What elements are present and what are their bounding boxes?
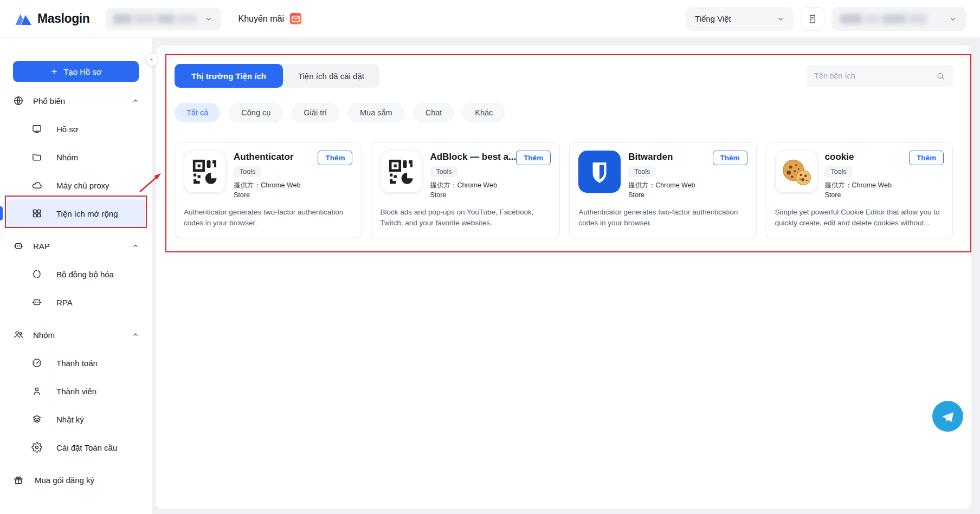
extension-card-list: Authenticator Tools 提供方：Chrome Web Store…	[175, 142, 953, 238]
promo-link[interactable]: Khuyến mãi	[238, 12, 302, 25]
extension-provider: 提供方：Chrome Web Store	[234, 181, 305, 200]
sidebar-item-logs[interactable]: Nhật ký	[7, 405, 145, 433]
extension-category-tag: Tools	[628, 166, 656, 177]
promo-envelope-icon	[289, 12, 302, 25]
sidebar-item-synchronizer[interactable]: Bộ đồng bộ hóa	[7, 260, 145, 288]
workspace-selector[interactable]	[106, 8, 221, 30]
globe-icon	[13, 95, 24, 106]
sidebar-item-billing[interactable]: Thanh toán	[7, 349, 145, 377]
grid-icon	[31, 208, 42, 219]
add-extension-button[interactable]: Thêm	[516, 151, 551, 165]
extension-search	[807, 65, 953, 87]
gear-icon	[31, 442, 42, 453]
app-header: Maslogin Khuyến mãi Tiếng Việt	[0, 0, 980, 38]
extension-provider: 提供方：Chrome Web Store	[628, 181, 700, 200]
sidebar-section-popular[interactable]: Phổ biến	[7, 87, 145, 115]
folder-icon	[31, 152, 42, 162]
qr-extension-icon	[380, 151, 422, 193]
sidebar-item-label: Phổ biến	[33, 96, 65, 106]
extension-category-tag: Tools	[430, 166, 457, 177]
sidebar-collapse-button[interactable]	[145, 53, 158, 66]
add-extension-button[interactable]: Thêm	[713, 151, 747, 165]
sidebar-item-label: Hồ sơ	[56, 125, 79, 134]
filter-other[interactable]: Khác	[463, 103, 505, 122]
chevron-up-icon	[131, 96, 140, 105]
sidebar-item-extensions[interactable]: Tiện ích mở rộng	[7, 199, 145, 227]
filter-tools[interactable]: Công cụ	[229, 103, 282, 122]
robot-icon	[31, 297, 42, 308]
extension-provider: 提供方：Chrome Web Store	[430, 181, 501, 200]
cookie-icon	[775, 151, 817, 193]
sidebar-item-label: Mua gói đăng ký	[35, 476, 94, 485]
sidebar-item-label: RPA	[56, 298, 73, 307]
extension-name: cookie	[825, 152, 854, 162]
chevron-down-icon	[204, 15, 213, 23]
extension-description: Authenticator generates two-factor authe…	[578, 207, 747, 229]
sidebar-item-profiles[interactable]: Hồ sơ	[7, 115, 145, 143]
plus-icon	[50, 67, 59, 76]
maslogin-logo-icon	[14, 11, 33, 27]
search-icon[interactable]	[936, 71, 945, 81]
tab-installed-extensions[interactable]: Tiện ích đã cài đặt	[283, 64, 379, 88]
monitor-icon	[31, 123, 42, 134]
gauge-icon	[31, 357, 42, 368]
chevron-up-icon	[131, 330, 140, 339]
sidebar-item-buy-subscription[interactable]: Mua gói đăng ký	[7, 466, 145, 494]
bitwarden-shield-icon	[578, 151, 621, 193]
sidebar-item-label: Nhóm	[56, 153, 78, 162]
sidebar-item-global-settings[interactable]: Cài đặt Toàn cầu	[7, 433, 145, 461]
create-profile-button[interactable]: Tạo Hồ sơ	[13, 61, 139, 82]
app-logo: Maslogin	[14, 11, 89, 27]
promo-label: Khuyến mãi	[238, 14, 284, 24]
sidebar-item-proxy[interactable]: Máy chủ proxy	[7, 171, 145, 199]
extension-card-cookie: cookie Tools 提供方：Chrome Web Store Thêm S…	[766, 142, 953, 238]
extensions-panel: Thị trường Tiện ích Tiện ích đã cài đặt …	[156, 45, 971, 509]
telegram-plane-icon	[940, 408, 956, 425]
extension-description: Block ads and pop-ups on YouTube, Facebo…	[380, 207, 551, 229]
sidebar-item-label: Thành viên	[56, 387, 96, 396]
sync-icon	[31, 269, 42, 279]
language-selector[interactable]: Tiếng Việt	[686, 7, 794, 31]
category-filters: Tất cả Công cụ Giải trí Mua sắm Chat Khá…	[175, 103, 953, 122]
sidebar-item-label: Bộ đồng bộ hóa	[56, 270, 114, 279]
brand-name: Maslogin	[37, 11, 89, 26]
sidebar-item-members[interactable]: Thành viên	[7, 377, 145, 405]
account-selector[interactable]	[831, 7, 966, 31]
search-input[interactable]	[814, 71, 936, 80]
sidebar-item-rpa[interactable]: RPA	[7, 288, 145, 316]
telegram-button[interactable]	[932, 401, 963, 432]
filter-all[interactable]: Tất cả	[175, 103, 220, 122]
filter-shopping[interactable]: Mua sắm	[348, 103, 404, 122]
layers-icon	[31, 414, 42, 425]
add-extension-button[interactable]: Thêm	[318, 151, 352, 165]
sidebar-item-label: Cài đặt Toàn cầu	[56, 443, 117, 452]
sidebar-nav: Phổ biến Hồ sơ Nhóm Máy chủ proxy	[0, 87, 152, 494]
extension-card-authenticator: Authenticator Tools 提供方：Chrome Web Store…	[175, 142, 362, 238]
sidebar-section-team[interactable]: Nhóm	[7, 321, 145, 349]
robot-icon	[13, 240, 24, 251]
person-icon	[31, 386, 42, 396]
filter-entertainment[interactable]: Giải trí	[292, 103, 339, 122]
gift-icon	[13, 474, 24, 485]
filter-chat[interactable]: Chat	[414, 103, 454, 122]
extension-description: Simple yet powerful Cookie Editor that a…	[775, 207, 944, 229]
sidebar-item-label: Máy chủ proxy	[56, 181, 109, 190]
account-name-blurred	[840, 14, 943, 24]
sidebar-item-label: Nhật ký	[56, 415, 84, 424]
extension-card-bitwarden: Bitwarden Tools 提供方：Chrome Web Store Thê…	[569, 142, 756, 238]
cloud-icon	[31, 180, 42, 191]
chevron-down-icon	[949, 15, 957, 23]
document-icon	[807, 14, 818, 24]
qr-extension-icon	[184, 151, 226, 193]
extension-description: Authenticator generates two-factor authe…	[184, 207, 352, 229]
sidebar-item-label: Nhóm	[33, 330, 55, 340]
sidebar-item-label: RAP	[33, 242, 50, 251]
extension-name: AdBlock — best a...	[430, 152, 516, 162]
sidebar-item-groups-folder[interactable]: Nhóm	[7, 143, 145, 171]
sidebar-item-label: Tiện ích mở rộng	[56, 209, 118, 218]
tab-extension-market[interactable]: Thị trường Tiện ích	[175, 64, 283, 88]
sidebar-section-rap[interactable]: RAP	[7, 232, 145, 260]
chevron-left-icon	[149, 57, 154, 62]
add-extension-button[interactable]: Thêm	[909, 151, 944, 165]
docs-button[interactable]	[801, 7, 824, 31]
